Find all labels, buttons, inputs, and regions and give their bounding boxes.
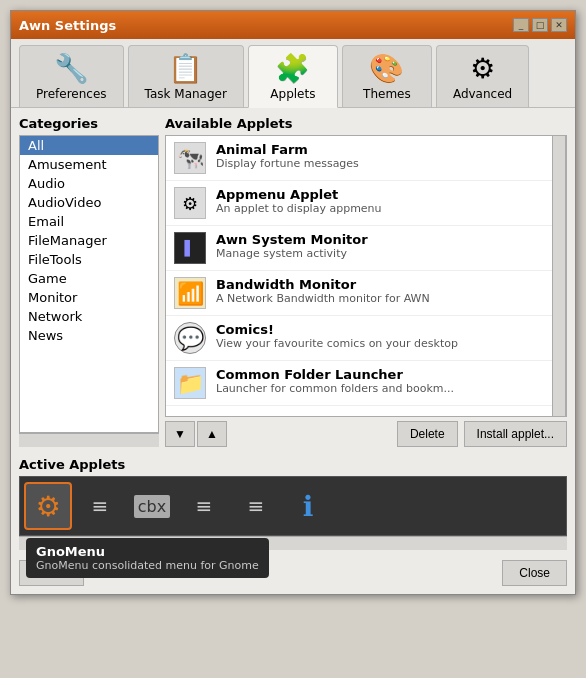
- active-applets-bar: ⚙ GnoMenu GnoMenu consolidated menu for …: [19, 476, 567, 536]
- tab-advanced[interactable]: ⚙ Advanced: [436, 45, 529, 107]
- tabs-area: 🔧 Preferences 📋 Task Manager 🧩 Applets 🎨…: [11, 39, 575, 108]
- folder-launcher-icon: 📁: [174, 367, 206, 399]
- delete-button[interactable]: Delete: [397, 421, 458, 447]
- tab-themes-label: Themes: [363, 87, 411, 101]
- nav-buttons: ▼ ▲ Delete Install applet...: [165, 421, 567, 447]
- applet-bandwidth-name: Bandwidth Monitor: [216, 277, 430, 292]
- preferences-icon: 🔧: [54, 52, 89, 85]
- applet-sysmonitor-name: Awn System Monitor: [216, 232, 368, 247]
- active-applets-section: Active Applets ⚙ GnoMenu GnoMenu consoli…: [19, 457, 567, 550]
- titlebar-buttons: _ □ ✕: [513, 18, 567, 32]
- applet-comics[interactable]: 💬 Comics! View your favourite comics on …: [166, 316, 552, 361]
- tab-preferences-label: Preferences: [36, 87, 107, 101]
- applet-comics-text: Comics! View your favourite comics on yo…: [216, 322, 458, 350]
- applet-comics-name: Comics!: [216, 322, 458, 337]
- tab-applets[interactable]: 🧩 Applets: [248, 45, 338, 108]
- categories-scrollbar-h[interactable]: [19, 433, 159, 447]
- active-applet-separator3[interactable]: ≡: [232, 482, 280, 530]
- active-applets-header: Active Applets: [19, 457, 567, 472]
- themes-icon: 🎨: [369, 52, 404, 85]
- applets-icon: 🧩: [275, 52, 310, 85]
- tab-preferences[interactable]: 🔧 Preferences: [19, 45, 124, 107]
- active-applet-cbx[interactable]: cbx: [128, 482, 176, 530]
- applet-folder-launcher-name: Common Folder Launcher: [216, 367, 454, 382]
- applets-header: Available Applets: [165, 116, 567, 131]
- applet-appmenu-desc: An applet to display appmenu: [216, 202, 382, 215]
- applet-sysmonitor-text: Awn System Monitor Manage system activit…: [216, 232, 368, 260]
- content-area: Categories All Amusement Audio AudioVide…: [11, 108, 575, 594]
- applet-folder-launcher-desc: Launcher for common folders and bookm...: [216, 382, 454, 395]
- category-amusement[interactable]: Amusement: [20, 155, 158, 174]
- applet-appmenu-text: Appmenu Applet An applet to display appm…: [216, 187, 382, 215]
- tab-taskmanager[interactable]: 📋 Task Manager: [128, 45, 244, 107]
- applets-scrollbar-v[interactable]: [552, 136, 566, 416]
- applet-bandwidth-text: Bandwidth Monitor A Network Bandwidth mo…: [216, 277, 430, 305]
- category-audiovideo[interactable]: AudioVideo: [20, 193, 158, 212]
- animal-farm-icon: 🐄: [174, 142, 206, 174]
- active-applet-gnomenu[interactable]: ⚙ GnoMenu GnoMenu consolidated menu for …: [24, 482, 72, 530]
- category-audio[interactable]: Audio: [20, 174, 158, 193]
- category-monitor[interactable]: Monitor: [20, 288, 158, 307]
- nav-up-button[interactable]: ▲: [197, 421, 227, 447]
- applets-panel: Available Applets 🐄 Animal Farm Display …: [165, 116, 567, 447]
- applet-appmenu-name: Appmenu Applet: [216, 187, 382, 202]
- active-applets-scrollbar-h[interactable]: [19, 536, 567, 550]
- applet-animal-farm-desc: Display fortune messages: [216, 157, 359, 170]
- appmenu-icon: ⚙: [174, 187, 206, 219]
- applet-folder-launcher[interactable]: 📁 Common Folder Launcher Launcher for co…: [166, 361, 552, 406]
- applet-folder-launcher-text: Common Folder Launcher Launcher for comm…: [216, 367, 454, 395]
- applet-sysmonitor[interactable]: ▌ Awn System Monitor Manage system activ…: [166, 226, 552, 271]
- bottom-bar: About Close: [19, 560, 567, 586]
- category-filemanager[interactable]: FileManager: [20, 231, 158, 250]
- comics-icon: 💬: [174, 322, 206, 354]
- about-button[interactable]: About: [19, 560, 84, 586]
- tab-applets-label: Applets: [270, 87, 315, 101]
- main-panel: Categories All Amusement Audio AudioVide…: [19, 116, 567, 447]
- tab-advanced-label: Advanced: [453, 87, 512, 101]
- applet-animal-farm-name: Animal Farm: [216, 142, 359, 157]
- applets-list[interactable]: 🐄 Animal Farm Display fortune messages ⚙…: [166, 136, 552, 416]
- category-filetools[interactable]: FileTools: [20, 250, 158, 269]
- applet-bandwidth[interactable]: 📶 Bandwidth Monitor A Network Bandwidth …: [166, 271, 552, 316]
- categories-list[interactable]: All Amusement Audio AudioVideo Email Fil…: [19, 135, 159, 433]
- titlebar: Awn Settings _ □ ✕: [11, 11, 575, 39]
- applet-animal-farm-text: Animal Farm Display fortune messages: [216, 142, 359, 170]
- applet-bandwidth-desc: A Network Bandwidth monitor for AWN: [216, 292, 430, 305]
- applet-comics-desc: View your favourite comics on your deskt…: [216, 337, 458, 350]
- active-applet-separator2[interactable]: ≡: [180, 482, 228, 530]
- nav-down-button[interactable]: ▼: [165, 421, 195, 447]
- categories-header: Categories: [19, 116, 159, 131]
- applet-sysmonitor-desc: Manage system activity: [216, 247, 368, 260]
- close-window-button[interactable]: ✕: [551, 18, 567, 32]
- tab-taskmanager-label: Task Manager: [145, 87, 227, 101]
- categories-panel: Categories All Amusement Audio AudioVide…: [19, 116, 159, 447]
- applet-appmenu[interactable]: ⚙ Appmenu Applet An applet to display ap…: [166, 181, 552, 226]
- category-news[interactable]: News: [20, 326, 158, 345]
- close-button[interactable]: Close: [502, 560, 567, 586]
- applet-animal-farm[interactable]: 🐄 Animal Farm Display fortune messages: [166, 136, 552, 181]
- taskmanager-icon: 📋: [168, 52, 203, 85]
- bandwidth-icon: 📶: [174, 277, 206, 309]
- active-applet-info[interactable]: ℹ: [284, 482, 332, 530]
- main-window: Awn Settings _ □ ✕ 🔧 Preferences 📋 Task …: [10, 10, 576, 595]
- category-network[interactable]: Network: [20, 307, 158, 326]
- tab-themes[interactable]: 🎨 Themes: [342, 45, 432, 107]
- advanced-icon: ⚙: [470, 52, 495, 85]
- minimize-button[interactable]: _: [513, 18, 529, 32]
- category-all[interactable]: All: [20, 136, 158, 155]
- category-game[interactable]: Game: [20, 269, 158, 288]
- install-applet-button[interactable]: Install applet...: [464, 421, 567, 447]
- active-applet-separator1[interactable]: ≡: [76, 482, 124, 530]
- window-title: Awn Settings: [19, 18, 116, 33]
- category-email[interactable]: Email: [20, 212, 158, 231]
- maximize-button[interactable]: □: [532, 18, 548, 32]
- sysmonitor-icon: ▌: [174, 232, 206, 264]
